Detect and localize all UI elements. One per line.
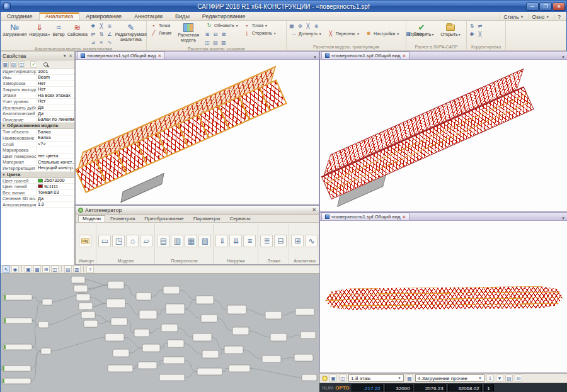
layout-grid-icon[interactable]: ▦ <box>33 266 41 273</box>
tab-views[interactable]: Виды <box>169 12 196 20</box>
chevron-down-icon[interactable]: ▼ <box>561 216 565 220</box>
intersect-button[interactable]: ╳Пересечь <box>325 30 361 37</box>
model-plane-icon[interactable]: ▱ <box>140 235 152 247</box>
tab-editing[interactable]: Редактирование <box>196 12 252 20</box>
maximize-button[interactable]: ❐ <box>539 3 552 11</box>
graph-node[interactable] <box>302 374 317 381</box>
import-obj-icon[interactable]: obj <box>79 235 91 247</box>
panel-menu-icon[interactable]: ▼ <box>62 53 67 59</box>
property-row[interactable]: Цвет линий9c1111 <box>1 184 74 190</box>
autogen-tab-models[interactable]: Модели <box>78 215 105 222</box>
align-cols-icon[interactable]: ▥ <box>73 266 81 273</box>
graph-node[interactable] <box>224 346 243 354</box>
graph-node[interactable] <box>265 311 282 319</box>
graph-node[interactable] <box>232 327 249 335</box>
chevron-down-icon[interactable]: ▼ <box>313 55 317 59</box>
load-double-icon[interactable]: ⇊ <box>229 235 242 247</box>
graph-node[interactable] <box>84 320 98 327</box>
point-button[interactable]: •Точка <box>148 22 173 29</box>
property-row[interactable]: Исключить дублир...Да <box>1 105 74 111</box>
search-icon[interactable] <box>43 62 48 67</box>
window-menu[interactable]: Окно▼ <box>529 14 553 20</box>
print-icon[interactable]: ⊡ <box>515 374 522 382</box>
graph-node[interactable] <box>79 303 93 310</box>
tool-icon-sort[interactable]: ⇅ <box>98 30 105 38</box>
property-row[interactable]: НаименованиеБалка <box>1 135 74 142</box>
wind-button[interactable]: ≈ Ветер <box>52 21 65 38</box>
loadcase-select[interactable]: 4.Загружение прочее▼ <box>415 374 484 382</box>
tool-icon-mesh[interactable]: ▦ <box>288 22 295 30</box>
autogen-tab-parameters[interactable]: Параметры <box>189 215 225 222</box>
tab-analytics[interactable]: Аналитика <box>39 12 80 20</box>
tab-creation[interactable]: Создание <box>1 12 39 20</box>
graph-node[interactable] <box>105 333 124 341</box>
tool-icon-minus[interactable]: ⊟ <box>212 30 219 38</box>
graph-node[interactable] <box>295 308 314 315</box>
loadcases-button[interactable]: № Загружения <box>2 21 27 38</box>
graph-node[interactable] <box>81 311 95 318</box>
layers-icon[interactable]: ◫ <box>339 374 346 382</box>
panel-close-icon[interactable]: ✕ <box>69 53 72 59</box>
tool-icon-cols[interactable]: ▥ <box>220 38 227 46</box>
point-dropdown[interactable]: •Точка <box>241 22 278 29</box>
tool-icon-node[interactable]: ⊚ <box>296 22 304 30</box>
property-row[interactable]: ИнтерпретацияНесущий констр... <box>1 165 74 172</box>
property-row[interactable]: МатериалСтальные конст... <box>1 159 74 165</box>
stretch-button[interactable]: →Дотянуть <box>288 30 323 37</box>
graph-node[interactable] <box>76 294 90 301</box>
graph-node[interactable] <box>159 374 185 381</box>
autogen-tab-transform[interactable]: Преобразование <box>140 215 188 222</box>
tool-icon-col[interactable]: ◫ <box>203 38 211 46</box>
model-house-icon[interactable]: ⌂ <box>126 235 139 247</box>
line-button[interactable]: ╱Линия <box>148 30 173 36</box>
minimize-button[interactable]: ─ <box>526 3 539 11</box>
tool-icon-x[interactable]: ⊠ <box>220 30 227 38</box>
seismic-button[interactable]: ≋ Сейсмика <box>67 21 88 38</box>
tool-icon-equal[interactable]: ≡ <box>98 38 105 46</box>
property-row[interactable]: Аппроксимация1.0 <box>1 202 74 208</box>
view-columns-icon[interactable]: ◫ <box>18 61 25 68</box>
editable-analytics-button[interactable]: ✎ Редактируемая аналитика <box>115 21 147 43</box>
property-row[interactable]: Закрыть выходыНет <box>1 87 74 93</box>
graph-node[interactable] <box>197 368 222 375</box>
model-box-icon[interactable]: ▭ <box>98 235 111 247</box>
verify-button[interactable]: ✔ Проверить <box>408 21 435 38</box>
surface-grid-icon[interactable]: ▦ <box>185 235 197 247</box>
property-row[interactable]: ЗаморозкаНет <box>1 81 74 87</box>
graph-node-slider[interactable] <box>2 378 31 384</box>
layout-single-icon[interactable]: ▣ <box>25 266 32 273</box>
graph-node[interactable] <box>134 329 149 337</box>
analytics-grid-icon[interactable]: ⊞ <box>291 235 304 247</box>
tab-annotations[interactable]: Аннотации <box>128 12 169 20</box>
graph-node[interactable] <box>163 357 185 364</box>
graph-node[interactable] <box>166 304 185 314</box>
tab-close-icon[interactable]: ✕ <box>158 53 162 59</box>
close-button[interactable]: ✕ <box>553 3 565 11</box>
graph-node[interactable] <box>193 333 212 341</box>
property-row[interactable]: ЭтажиНа всех этажах <box>1 92 74 99</box>
layout-split-icon[interactable]: ◫ <box>51 266 59 273</box>
graph-node[interactable] <box>71 276 85 283</box>
graph-node[interactable] <box>111 318 127 325</box>
graph-node[interactable] <box>42 299 52 305</box>
graph-node[interactable] <box>301 332 316 339</box>
floor-select[interactable]: 1-й этаж▼ <box>348 374 404 382</box>
tab-reinforcement[interactable]: Армирование <box>79 12 128 20</box>
property-section-header[interactable]: ▼Образованная модель <box>1 123 74 129</box>
property-row[interactable]: Учет уровняНет <box>1 99 74 105</box>
graph-node[interactable] <box>136 293 151 300</box>
graph-node[interactable] <box>168 340 184 347</box>
graph-node[interactable] <box>108 365 133 372</box>
tool-icon-up-down[interactable]: ⇅ <box>468 22 476 30</box>
autogen-tab-services[interactable]: Сервисы <box>225 215 255 222</box>
viewport-tab[interactable]: «поверхность1.spf.Общий вид ✕ <box>77 52 165 59</box>
property-row[interactable]: ОписаниеБалки по линиям <box>1 117 74 123</box>
view-grid-icon[interactable]: ▦ <box>2 61 9 68</box>
graph-node[interactable] <box>108 281 124 289</box>
tool-icon-left-right[interactable]: ⇄ <box>476 22 484 30</box>
tool-icon-delete[interactable]: ╳ <box>476 30 484 38</box>
property-row[interactable]: Цвет граней25d73200 <box>1 178 74 184</box>
graph-node[interactable] <box>139 310 157 319</box>
help-button[interactable]: ? <box>554 14 564 20</box>
graph-node[interactable] <box>138 362 157 369</box>
